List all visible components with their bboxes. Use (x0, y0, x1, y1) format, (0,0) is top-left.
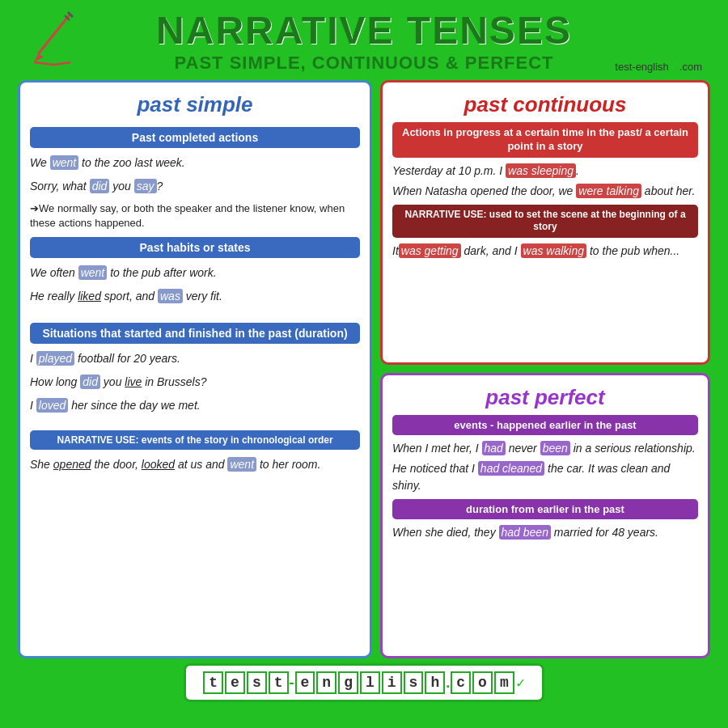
ps-section3-ex3: I loved her since the day we met. (30, 397, 360, 414)
ps-section1-ex2: Sorry, what did you say? (30, 178, 360, 195)
ps-section1-ex1: We went to the zoo last week. (30, 154, 360, 171)
was-highlight: was (158, 289, 183, 303)
pc-section1-ex2: When Natasha opened the door, we were ta… (392, 183, 698, 200)
main-container: NARRATIVE TENSES PAST SIMPLE, CONTINUOUS… (8, 0, 720, 712)
did-highlight: did (90, 179, 110, 193)
been-highlight: been (540, 441, 570, 455)
footer-c: c (451, 671, 471, 694)
ps-section4-header: NARRATIVE USE: events of the story in ch… (30, 430, 360, 450)
footer-e2: e (295, 671, 315, 694)
pp-section1-header: events - happened earlier in the past (392, 415, 698, 435)
hadcleaned-highlight: had cleaned (478, 461, 544, 476)
brand: test-english✓.com (615, 58, 702, 74)
footer-dash1: - (290, 675, 294, 692)
ps-section2-header: Past habits or states (30, 237, 360, 258)
footer-check: ✓ (515, 675, 526, 691)
ps-section1-note: ➔We normally say, or both the speaker an… (30, 201, 360, 231)
past-perfect-box: past perfect events - happened earlier i… (380, 373, 710, 658)
svg-line-0 (38, 14, 70, 54)
say-highlight: say (134, 179, 157, 193)
footer-l: l (360, 671, 380, 694)
pc-section2-header: NARRATIVE USE: used to set the scene at … (392, 205, 698, 238)
pp-section2-ex1: When she died, they had been married for… (392, 524, 698, 541)
ps-section1-header: Past completed actions (30, 127, 360, 148)
footer-g: g (338, 671, 358, 694)
ps-section3-ex1: I played football for 20 years. (30, 350, 360, 367)
ps-section4-ex1: She opened the door, looked at us and we… (30, 456, 360, 473)
wasgetting-highlight: was getting (399, 243, 461, 258)
did2-highlight: did (80, 375, 100, 389)
past-continuous-title: past continuous (392, 92, 698, 117)
svg-line-2 (34, 62, 54, 65)
past-simple-box: past simple Past completed actions We we… (18, 80, 372, 658)
footer-dot: . (446, 675, 450, 692)
main-title: NARRATIVE TENSES (18, 10, 710, 53)
pc-section1-header: Actions in progress at a certain time in… (392, 122, 698, 158)
footer-t: t (269, 671, 289, 694)
brand-suffix: .com (679, 61, 702, 73)
footer-s: s (247, 671, 267, 694)
footer-n: n (316, 671, 336, 694)
pp-section1-ex1: When I met her, I had never been in a se… (392, 440, 698, 457)
pen-icon (26, 10, 83, 70)
content-area: past simple Past completed actions We we… (18, 80, 710, 658)
ps-section2-ex1: We often went to the pub after work. (30, 265, 360, 281)
hadbeen-highlight: had been (499, 525, 551, 540)
played-highlight: played (36, 351, 74, 366)
footer-e: e (225, 671, 245, 694)
brand-check: ✓ (669, 59, 679, 73)
ps-section3-header: Situations that started and finished in … (30, 323, 360, 344)
past-perfect-title: past perfect (392, 385, 698, 410)
right-column: past continuous Actions in progress at a… (380, 80, 710, 658)
past-simple-title: past simple (30, 92, 360, 117)
footer-m: m (494, 671, 514, 694)
ps-section2-ex2: He really liked sport, and was very fit. (30, 288, 360, 305)
pp-section1-ex2: He noticed that I had cleaned the car. I… (392, 460, 698, 494)
header: NARRATIVE TENSES PAST SIMPLE, CONTINUOUS… (18, 10, 710, 74)
went3-highlight: went (227, 457, 256, 472)
footer-h: h (425, 671, 445, 694)
footer-i: i (382, 671, 402, 694)
footer-s: s (404, 671, 424, 694)
past-continuous-box: past continuous Actions in progress at a… (380, 80, 710, 366)
brand-text: test-english (615, 61, 668, 73)
main-subtitle: PAST SIMPLE, CONTINUOUS & PERFECT (18, 53, 710, 74)
went-highlight: went (50, 155, 79, 170)
footer-o: o (472, 671, 493, 694)
pc-section1-ex1: Yesterday at 10 p.m. I was sleeping. (392, 163, 698, 180)
had-highlight: had (482, 441, 506, 455)
wassleeping-highlight: was sleeping (506, 163, 576, 178)
svg-line-3 (54, 62, 70, 65)
footer-t: t (203, 671, 223, 694)
pc-section2-ex1: Itwas getting dark, and I was walking to… (392, 243, 698, 260)
loved-highlight: loved (36, 398, 68, 413)
weretalking-highlight: were talking (576, 184, 641, 198)
svg-marker-1 (34, 54, 44, 62)
pp-section2-header: duration from earlier in the past (392, 499, 698, 519)
ps-section3-ex2: How long did you live in Brussels? (30, 374, 360, 391)
waswalking-highlight: was walking (521, 243, 586, 258)
footer: t e s t - e n g l i s h . c o m ✓ (184, 663, 544, 702)
went2-highlight: went (78, 265, 108, 280)
